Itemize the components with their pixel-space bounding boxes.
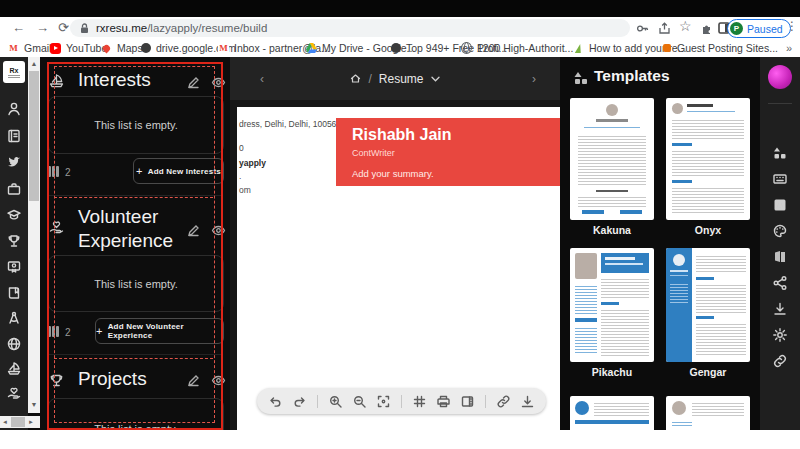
plus-icon: +: [136, 165, 143, 177]
zoom-out-icon[interactable]: [353, 395, 366, 408]
sections-horizontal-scrollbar[interactable]: ◄ ►: [0, 416, 40, 428]
grid-ruler-icon[interactable]: [413, 395, 426, 408]
address-bar[interactable]: rxresu.me/lazyapply/resume/build: [70, 19, 630, 37]
link-icon[interactable]: [772, 353, 788, 369]
profiles-book-icon[interactable]: [6, 128, 22, 144]
certifications-badge-icon[interactable]: [6, 259, 22, 275]
volunteer-section-title: Volunteer Experience: [78, 205, 173, 253]
bookmarks-overflow-chevron[interactable]: »: [786, 39, 792, 57]
projects-visibility-eye-icon[interactable]: [211, 373, 226, 388]
export-download-icon[interactable]: [772, 301, 788, 317]
interests-visibility-eye-icon[interactable]: [211, 75, 226, 90]
sections-vertical-scrollbar[interactable]: ▲ ▼: [28, 57, 40, 413]
fit-to-screen-icon[interactable]: [377, 395, 390, 408]
scroll-down-arrow[interactable]: ▼: [28, 399, 40, 411]
vertical-scroll-thumb[interactable]: [29, 71, 39, 201]
undo-icon[interactable]: [269, 395, 282, 408]
page-layout-icon[interactable]: [461, 395, 474, 408]
chevron-down-icon[interactable]: [431, 76, 440, 82]
projects-edit-pencil-icon[interactable]: [186, 373, 201, 388]
extensions-puzzle-icon[interactable]: [700, 22, 713, 35]
redo-icon[interactable]: [293, 395, 306, 408]
add-new-interests-button[interactable]: +Add New Interests: [133, 158, 224, 184]
settings-gear-icon[interactable]: [772, 327, 788, 343]
page-bottom-whitespace: [0, 430, 800, 449]
page-format-icon[interactable]: [772, 249, 788, 265]
user-avatar[interactable]: [768, 65, 792, 89]
lightning-icon: [573, 43, 584, 54]
breadcrumb-resume-label[interactable]: Resume: [379, 72, 424, 86]
volunteer-columns-control[interactable]: 2: [48, 323, 71, 341]
template-card-pikachu[interactable]: [570, 248, 654, 362]
template-label-onyx[interactable]: Onyx: [666, 224, 750, 236]
maps-pin-icon: [101, 43, 112, 54]
scroll-up-arrow[interactable]: ▲: [28, 58, 40, 70]
interests-empty-box: This list is empty.: [48, 96, 224, 154]
templates-tab-icon[interactable]: [772, 145, 788, 161]
interests-edit-pencil-icon[interactable]: [186, 75, 201, 90]
resume-page[interactable]: dress, Delhi, Delhi, 10056, 0 yapply . o…: [237, 107, 560, 430]
scroll-right-arrow[interactable]: ►: [26, 416, 36, 428]
bookmark-star-icon[interactable]: ☆: [679, 18, 692, 34]
home-icon[interactable]: [350, 73, 361, 84]
template-label-kakuna[interactable]: Kakuna: [570, 224, 654, 236]
layout-grid-icon[interactable]: [772, 171, 788, 187]
app-region: Rx ▲ ▼ ◄ ►: [0, 57, 800, 430]
work-briefcase-icon[interactable]: [6, 181, 22, 197]
scroll-left-arrow[interactable]: ◄: [0, 416, 10, 428]
template-label-pikachu[interactable]: Pikachu: [570, 366, 654, 378]
sharing-icon[interactable]: [772, 275, 788, 291]
share-icon[interactable]: [658, 22, 671, 35]
bookmark-youtube[interactable]: YouTube: [50, 39, 107, 57]
template-card-kakuna[interactable]: [570, 98, 654, 220]
padlock-icon[interactable]: [80, 23, 89, 34]
bookmark-guestposting[interactable]: Guest Posting Sites...: [661, 39, 778, 57]
interests-columns-control[interactable]: 2: [48, 163, 71, 181]
template-card-gengar[interactable]: [666, 248, 750, 362]
volunteer-visibility-eye-icon[interactable]: [211, 223, 226, 238]
columns-icon: [48, 163, 60, 181]
education-cap-icon[interactable]: [6, 207, 22, 223]
download-icon[interactable]: [521, 395, 534, 408]
reload-icon[interactable]: ⟳: [58, 17, 69, 39]
copy-link-icon[interactable]: [497, 395, 510, 408]
resume-name: Rishabh Jain: [352, 126, 452, 144]
template-card-partial-right[interactable]: [666, 396, 750, 430]
menu-dots-icon[interactable]: ⋮: [786, 19, 798, 33]
resume-username-fragment: yapply: [239, 158, 266, 168]
typography-icon[interactable]: A: [772, 197, 788, 213]
template-card-partial-left[interactable]: [570, 396, 654, 430]
bookmark-maps[interactable]: Maps: [101, 39, 143, 57]
templates-shapes-icon: [573, 70, 589, 86]
add-new-volunteer-button[interactable]: +Add New Volunteer Experience: [95, 318, 224, 344]
back-icon[interactable]: ←: [12, 17, 25, 39]
template-label-gengar[interactable]: Gengar: [666, 366, 750, 378]
awards-trophy-icon[interactable]: [6, 233, 22, 249]
horizontal-scroll-thumb[interactable]: [11, 417, 25, 427]
next-page-chevron[interactable]: ›: [532, 72, 536, 86]
template-card-onyx[interactable]: [666, 98, 750, 220]
skills-compass-icon[interactable]: [6, 310, 22, 326]
gmail-icon: M: [218, 43, 229, 54]
toolbar-divider: [401, 395, 402, 408]
volunteer-edit-pencil-icon[interactable]: [186, 223, 201, 238]
zoom-in-icon[interactable]: [329, 395, 342, 408]
breadcrumb: / Resume: [230, 72, 560, 86]
publications-book-icon[interactable]: [6, 285, 22, 301]
app-logo[interactable]: Rx: [3, 61, 25, 83]
basics-user-icon[interactable]: [6, 101, 22, 117]
interests-boat-icon[interactable]: [6, 361, 22, 377]
bookmarks-bar: MGmail YouTube Maps drive.google.com MIn…: [0, 39, 800, 58]
print-icon[interactable]: [437, 395, 450, 408]
key-icon[interactable]: [636, 22, 649, 35]
profile-paused-chip[interactable]: P Paused: [727, 19, 791, 38]
bookmark-gmail[interactable]: MGmail: [8, 39, 51, 57]
languages-globe-icon[interactable]: [6, 336, 22, 352]
theme-palette-icon[interactable]: [772, 223, 788, 239]
interests-section-icon: [48, 73, 65, 90]
twitter-bird-icon[interactable]: [6, 154, 22, 170]
gmail-icon: M: [8, 43, 19, 54]
bookmark-1200high[interactable]: 1200 High-Authorit...: [461, 39, 573, 57]
forward-icon[interactable]: →: [36, 17, 49, 39]
volunteer-hand-heart-icon[interactable]: [6, 386, 22, 402]
